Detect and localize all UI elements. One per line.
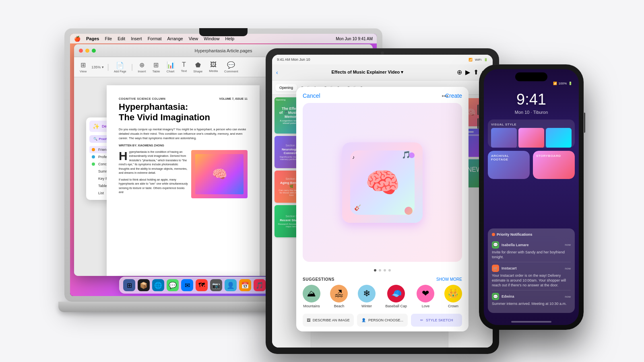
modal-cancel-button[interactable]: Cancel	[303, 93, 320, 99]
dock-icon-maps[interactable]: 🗺	[196, 279, 208, 291]
toolbar-view[interactable]: ⊞ View	[78, 61, 88, 73]
toolbar-text[interactable]: T Text	[180, 61, 189, 73]
widget-storyboard: Storyboard	[533, 151, 575, 179]
notif-3-app-name: Edwina	[502, 294, 514, 298]
suggestion-winter[interactable]: ❄ Winter	[358, 285, 376, 308]
menu-view[interactable]: View	[189, 36, 198, 41]
widget-storyboard-content: Storyboard	[533, 151, 575, 161]
notif-3-time: now	[565, 295, 571, 298]
fullscreen-button[interactable]	[92, 49, 96, 53]
ipad-keynote-toolbar: ‹ Effects of Music Explainer Video ▾ ⊕ ▶…	[272, 64, 493, 80]
ipad-tool-play[interactable]: ▶	[465, 68, 470, 76]
toolbar-comment[interactable]: 💬 Comment	[223, 61, 240, 73]
doc-body-paragraph1: Hyperphantasia is the condition of havin…	[119, 150, 188, 175]
notif-1-header: 💬 Isabella Lamare now	[492, 241, 571, 249]
minimize-button[interactable]	[85, 49, 89, 53]
notif-3-body: Summer interns arrived. Meeting at 10:30…	[492, 302, 571, 306]
show-more-button[interactable]: SHOW MORE	[436, 277, 462, 282]
ipad-status-icons: 📶WiFi🔋	[469, 58, 488, 62]
widget-archival: Archival Footage	[488, 151, 530, 179]
ipad-presentation-title: Effects of Music Explainer Video ▾	[281, 70, 454, 75]
dock-icon-apps[interactable]: 📦	[138, 279, 150, 291]
menu-pages[interactable]: Pages	[86, 36, 99, 41]
suggestion-crown[interactable]: 👑 Crown	[444, 285, 462, 308]
apple-menu[interactable]: 🍎	[74, 36, 80, 42]
toolbar-zoom[interactable]: 135% ▾	[91, 65, 104, 69]
menu-edit[interactable]: Edit	[118, 36, 125, 41]
style-sketch-button[interactable]: ✏ STYLE SKETCH	[411, 314, 462, 327]
priority-notifications-header: Priority Notifications	[492, 232, 571, 237]
suggestion-beach[interactable]: 🏖 Beach	[330, 285, 348, 308]
dock-icon-photos[interactable]: 📷	[210, 279, 222, 291]
ipad-back-button[interactable]: ‹	[276, 69, 278, 76]
doc-body-paragraph2: If asked to think about holding an apple…	[119, 178, 188, 195]
priority-header-label: Priority Notifications	[497, 232, 533, 237]
page-dot-3	[384, 269, 386, 272]
section-tab-opening[interactable]: Opening	[275, 84, 297, 91]
baseball-cap-label: Baseball Cap	[385, 304, 407, 308]
iphone-screen: 📶100%🔋 9:41 Mon 10 · Tiburon Visual Styl…	[484, 69, 579, 325]
toolbar-insert[interactable]: ⊕ Insert	[136, 61, 147, 73]
toolbar-shape[interactable]: ⬟ Shape	[192, 61, 204, 73]
dock-icon-messages[interactable]: 💬	[167, 279, 179, 291]
doc-image-inner: 🧠	[195, 154, 244, 194]
modal-page-dots	[296, 266, 469, 275]
describe-image-button[interactable]: 🖼 DESCRIBE AN IMAGE	[303, 314, 354, 327]
menu-file[interactable]: File	[105, 36, 112, 41]
ipad-time: 9:41 AM Mon Jun 10	[277, 58, 310, 62]
widget-row-2: Archival Footage Storyboard	[488, 151, 575, 179]
ipad-camera	[381, 51, 384, 55]
dock-icon-launchpad[interactable]: ⊞	[123, 279, 135, 291]
notif-3-app-icon: 💬	[492, 293, 499, 300]
dock-icon-safari[interactable]: 🌐	[152, 279, 164, 291]
menu-window[interactable]: Window	[204, 36, 219, 41]
ipad-screen: Cancel ••• Create	[272, 55, 493, 348]
widget-img-archival	[491, 128, 517, 148]
ipad-tool-add[interactable]: ⊕	[457, 68, 462, 76]
modal-image-area: 🧠 🎵 🎸 ♪	[303, 103, 462, 262]
toolbar-add-page[interactable]: 📄 Add Page	[112, 62, 128, 73]
dock-icon-contacts[interactable]: 👤	[225, 279, 237, 291]
notification-1[interactable]: 💬 Isabella Lamare now Invite for dinner …	[492, 239, 571, 262]
dock-icon-mail[interactable]: ✉	[181, 279, 193, 291]
close-button[interactable]	[79, 49, 83, 53]
page-dot-4	[388, 269, 391, 272]
modal-create-button[interactable]: Create	[445, 93, 462, 99]
iphone-device: 📶100%🔋 9:41 Mon 10 · Tiburon Visual Styl…	[479, 64, 584, 330]
suggestion-baseball-cap[interactable]: 🧢 Baseball Cap	[385, 285, 407, 308]
toolbar-chart[interactable]: 📊 Chart	[165, 61, 176, 73]
pages-document-area: ✨ Describe your change 🔍 Proofread	[74, 77, 292, 276]
iphone-volume-up	[477, 105, 479, 115]
winter-icon: ❄	[358, 285, 376, 302]
notif-1-body: Invite for dinner with Sandy and her boy…	[492, 250, 571, 259]
menu-arrange[interactable]: Arrange	[167, 36, 183, 41]
doc-title: Hyperphantasia:The Vivid Imagination	[119, 102, 248, 123]
suggestion-mountains[interactable]: ⛰ Mountains	[303, 285, 320, 308]
winter-label: Winter	[361, 304, 372, 308]
notification-3[interactable]: 💬 Edwina now Summer interns arrived. Mee…	[492, 290, 571, 309]
menu-help[interactable]: Help	[225, 36, 234, 41]
suggestions-grid: ⛰ Mountains 🏖 Beach ❄ Winter	[303, 285, 462, 308]
dock-icon-music[interactable]: 🎵	[254, 279, 266, 291]
notification-2[interactable]: 🛒 Instacart now Your Instacart order is …	[492, 262, 571, 290]
menu-insert[interactable]: Insert	[131, 36, 142, 41]
toolbar-media[interactable]: 🖼 Media	[207, 61, 219, 73]
love-label: Love	[422, 304, 430, 308]
mountains-label: Mountains	[303, 304, 320, 308]
suggestions-label: SUGGESTIONS	[303, 277, 334, 282]
doc-body-text: Hyperphantasia is the condition of havin…	[119, 150, 188, 198]
menu-format[interactable]: Format	[148, 36, 162, 41]
generated-image: 🧠 🎵 🎸 ♪	[342, 142, 423, 223]
macbook-notch	[199, 28, 248, 36]
widget-archival-label: Archival Footage	[491, 154, 526, 161]
iphone-frame: 📶100%🔋 9:41 Mon 10 · Tiburon Visual Styl…	[479, 64, 584, 330]
ipad-statusbar: 9:41 AM Mon Jun 10 📶WiFi🔋	[272, 55, 493, 64]
suggestions-header: SUGGESTIONS SHOW MORE	[303, 277, 462, 282]
notif-2-time: now	[565, 267, 571, 270]
person-choose-button[interactable]: 👤 PERSON CHOOSE...	[357, 314, 408, 327]
dock-icon-calendar[interactable]: 📅	[239, 279, 251, 291]
ipad-tool-share[interactable]: ⬆	[473, 68, 479, 76]
image-gen-modal: Cancel ••• Create	[296, 87, 469, 331]
suggestion-love[interactable]: ❤ Love	[417, 285, 434, 308]
toolbar-table[interactable]: ⊞ Table	[151, 61, 161, 73]
